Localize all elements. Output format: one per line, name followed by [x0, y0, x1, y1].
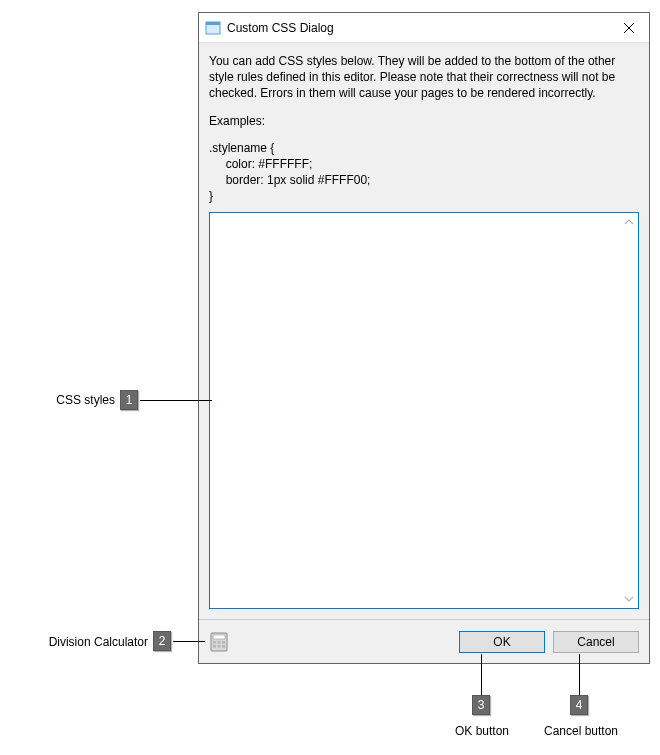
close-button[interactable] [609, 13, 649, 43]
callout-line [579, 654, 580, 695]
callout-badge: 4 [570, 695, 588, 715]
callout-label: Division Calculator [38, 635, 148, 649]
svg-rect-5 [213, 635, 225, 639]
intro-text: You can add CSS styles below. They will … [209, 53, 639, 102]
svg-rect-1 [206, 22, 220, 25]
callout-label: Cancel button [536, 724, 626, 738]
css-input[interactable] [210, 213, 638, 608]
footer-left [209, 632, 451, 652]
svg-rect-6 [213, 641, 216, 644]
scroll-up-icon[interactable] [622, 215, 636, 229]
dialog-body: You can add CSS styles below. They will … [199, 43, 649, 619]
callout-badge: 1 [120, 390, 138, 410]
svg-rect-8 [222, 641, 225, 644]
titlebar: Custom CSS Dialog [199, 13, 649, 43]
svg-rect-7 [218, 641, 221, 644]
ok-button[interactable]: OK [459, 631, 545, 653]
example-code: .stylename { color: #FFFFFF; border: 1px… [209, 140, 639, 205]
dialog-title: Custom CSS Dialog [227, 21, 609, 35]
callout-label: OK button [450, 724, 514, 738]
calculator-icon[interactable] [209, 632, 229, 652]
cancel-button[interactable]: Cancel [553, 631, 639, 653]
callout-badge: 3 [472, 695, 490, 715]
dialog-footer: OK Cancel [199, 619, 649, 663]
css-styles-area [209, 212, 639, 609]
svg-rect-9 [213, 645, 216, 648]
svg-rect-11 [222, 645, 225, 648]
svg-rect-10 [218, 645, 221, 648]
callout-badge: 2 [153, 631, 171, 651]
custom-css-dialog: Custom CSS Dialog You can add CSS styles… [198, 12, 650, 664]
callout-line [481, 654, 482, 695]
app-icon [205, 20, 221, 36]
callout-line [140, 400, 212, 401]
callout-label: CSS styles [55, 393, 115, 407]
scroll-down-icon[interactable] [622, 592, 636, 606]
callout-line [173, 641, 205, 642]
examples-label: Examples: [209, 114, 639, 128]
